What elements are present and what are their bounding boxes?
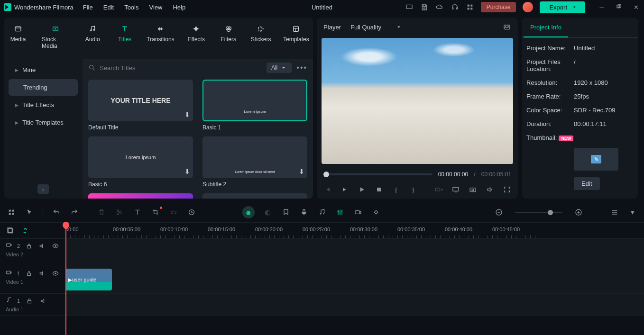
zoom-slider[interactable] — [515, 212, 562, 213]
title-card-basic6[interactable]: Lorem ipsum⬇ Basic 6 — [88, 136, 193, 188]
search-input[interactable] — [88, 64, 262, 72]
tab-transitions[interactable]: Transitions — [143, 20, 178, 53]
speed-icon[interactable] — [187, 208, 196, 216]
eye-icon[interactable] — [51, 270, 60, 277]
record-icon[interactable] — [353, 208, 363, 216]
sidebar-item-title-templates[interactable]: ▶Title Templates — [9, 114, 78, 131]
play-icon[interactable] — [358, 185, 366, 194]
download-icon[interactable]: ⬇ — [184, 111, 190, 118]
eye-icon[interactable] — [51, 243, 60, 249]
aspect-icon[interactable]: ▾ — [434, 185, 443, 194]
track-body-video1[interactable]: ▶user guide — [65, 266, 644, 293]
display-icon[interactable] — [451, 185, 460, 194]
purchase-button[interactable]: Purchase — [481, 2, 516, 12]
mixer-icon[interactable] — [335, 208, 345, 216]
settings-dropdown-icon[interactable]: ▾ — [628, 208, 637, 217]
title-card-partial[interactable] — [88, 193, 193, 199]
link-icon[interactable] — [169, 208, 178, 216]
sidebar-item-title-effects[interactable]: ▶Title Effects — [9, 97, 78, 113]
svg-rect-17 — [435, 188, 440, 191]
download-icon[interactable]: ⬇ — [299, 168, 304, 175]
sidebar-item-mine[interactable]: ▶Mine — [9, 62, 78, 78]
title-card-default[interactable]: YOUR TITLE HERE⬇ Default Title — [88, 80, 193, 131]
color-icon[interactable]: ◐ — [263, 208, 273, 217]
title-card-basic1[interactable]: Lorem ipsum Basic 1 — [202, 80, 307, 131]
playhead[interactable] — [65, 223, 66, 335]
project-info-tab[interactable]: Project Info — [524, 18, 568, 37]
title-card-partial2[interactable] — [202, 193, 307, 199]
lock-icon[interactable] — [25, 298, 34, 304]
video-preview[interactable] — [322, 38, 513, 164]
quality-select[interactable]: Full Quality — [350, 24, 402, 31]
edit-button[interactable]: Edit — [574, 177, 599, 190]
track-body-video2[interactable] — [65, 239, 644, 266]
sidebar-collapse-button[interactable]: ‹ — [37, 184, 49, 194]
music-icon[interactable] — [317, 208, 327, 216]
tab-templates[interactable]: Templates — [279, 20, 313, 53]
timeline-ruler[interactable]: 00:0000:00:05:0000:00:10:0000:00:15:0000… — [65, 223, 644, 238]
magnet-icon[interactable] — [20, 227, 29, 235]
menu-file[interactable]: File — [83, 4, 93, 11]
lock-icon[interactable] — [25, 270, 33, 277]
marker-icon[interactable] — [281, 208, 291, 216]
more-icon[interactable]: ••• — [296, 63, 307, 72]
tab-media[interactable]: Media — [4, 20, 32, 53]
mute-icon[interactable] — [39, 298, 48, 304]
fullscreen-icon[interactable] — [503, 185, 511, 194]
tab-audio[interactable]: Audio — [78, 20, 107, 53]
keyframe-icon[interactable] — [371, 208, 381, 216]
tab-filters[interactable]: Filters — [214, 20, 243, 53]
filter-all-button[interactable]: All — [267, 63, 292, 73]
mute-icon[interactable] — [38, 270, 46, 277]
prev-frame-icon[interactable] — [323, 185, 332, 194]
menu-view[interactable]: View — [149, 4, 162, 11]
cloud-icon[interactable] — [435, 3, 444, 11]
undo-icon[interactable] — [52, 208, 61, 216]
user-avatar[interactable] — [523, 2, 533, 12]
grid-icon[interactable] — [7, 208, 16, 216]
headphones-icon[interactable] — [451, 3, 459, 11]
export-button[interactable]: Export — [540, 1, 585, 13]
mark-out-icon[interactable]: } — [409, 185, 417, 194]
screen-icon[interactable] — [405, 3, 414, 11]
tab-effects[interactable]: ✦Effects — [182, 20, 211, 53]
menu-tools[interactable]: Tools — [124, 4, 138, 11]
zoom-in-icon[interactable] — [574, 208, 583, 216]
mic-icon[interactable] — [299, 208, 309, 216]
download-icon[interactable]: ⬇ — [184, 168, 190, 175]
delete-icon[interactable] — [97, 208, 106, 216]
track-body-audio1[interactable] — [65, 294, 644, 315]
title-card-subtitle2[interactable]: Lorem ipsum dolor sit amet⬇ Subtitle 2 — [202, 136, 307, 188]
volume-icon[interactable] — [486, 185, 494, 194]
track-toggle-icon[interactable] — [6, 227, 15, 235]
player-scrubber[interactable] — [323, 173, 432, 175]
menu-edit[interactable]: Edit — [103, 4, 114, 11]
lock-icon[interactable] — [25, 243, 33, 249]
sidebar-item-trending[interactable]: Trending — [9, 79, 78, 96]
close-icon[interactable]: ✕ — [632, 3, 640, 11]
snapshot-icon[interactable] — [503, 23, 511, 31]
tab-titles[interactable]: Titles — [110, 20, 139, 53]
save-icon[interactable] — [420, 3, 429, 11]
thumbnail-preview[interactable]: ✎ — [574, 148, 618, 171]
ai-face-icon[interactable]: ☻ — [242, 206, 255, 218]
stop-icon[interactable] — [375, 185, 383, 194]
next-frame-icon[interactable] — [340, 185, 349, 194]
split-icon[interactable] — [115, 208, 124, 216]
list-view-icon[interactable] — [610, 208, 619, 216]
menu-help[interactable]: Help — [173, 4, 185, 11]
apps-icon[interactable] — [466, 3, 474, 11]
text-tool-icon[interactable] — [133, 208, 142, 216]
mute-icon[interactable] — [38, 243, 46, 249]
minimize-icon[interactable]: ─ — [598, 3, 606, 11]
tab-stock-media[interactable]: Stock Media — [36, 20, 74, 53]
tab-stickers[interactable]: Stickers — [247, 20, 276, 53]
maximize-icon[interactable] — [615, 3, 623, 11]
redo-icon[interactable] — [70, 208, 79, 216]
cursor-icon[interactable] — [25, 208, 34, 216]
mark-in-icon[interactable]: { — [392, 185, 400, 194]
clip-user-guide[interactable]: ▶user guide — [65, 269, 112, 290]
crop-icon[interactable] — [151, 208, 160, 216]
zoom-out-icon[interactable] — [494, 208, 504, 216]
camera-icon[interactable] — [469, 185, 477, 194]
